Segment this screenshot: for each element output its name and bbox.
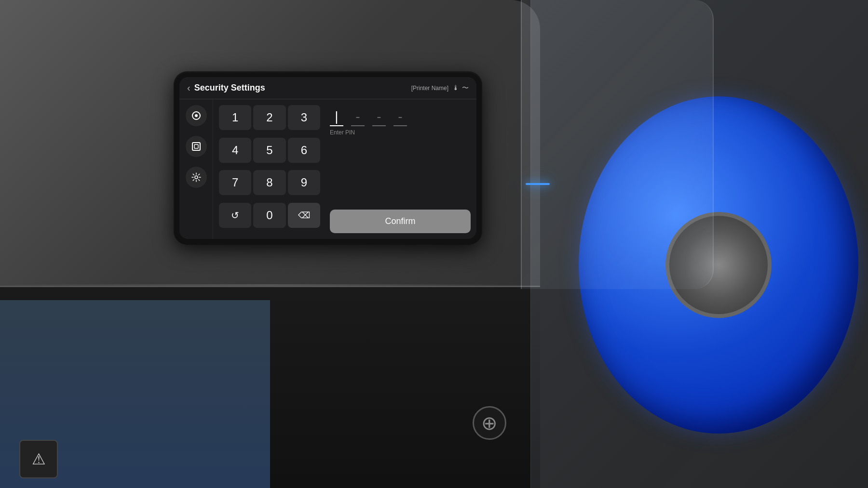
scene: ⚠ ‹ Security Settings [Printer Name] 🌡 〜: [0, 0, 868, 488]
screen-header: ‹ Security Settings [Printer Name] 🌡 〜: [179, 77, 476, 99]
pin-digit-1: |: [330, 109, 343, 126]
pin-digit-2: -: [351, 109, 365, 126]
svg-rect-2: [192, 143, 200, 150]
pin-digit-4: -: [393, 109, 407, 126]
numpad: 1 2 3 4 5 6 7 8 9 ↺ 0 ⌫: [219, 105, 320, 233]
touchscreen: ‹ Security Settings [Printer Name] 🌡 〜: [179, 77, 476, 239]
sidebar-icon-settings[interactable]: [186, 167, 207, 188]
numpad-8[interactable]: 8: [253, 170, 285, 195]
crosshair-control[interactable]: [473, 406, 506, 440]
svg-rect-3: [194, 145, 198, 148]
main-content: 1 2 3 4 5 6 7 8 9 ↺ 0 ⌫: [213, 99, 476, 239]
numpad-refresh[interactable]: ↺: [219, 203, 251, 228]
numpad-9[interactable]: 9: [288, 170, 320, 195]
header-status-icons: 🌡 〜: [452, 84, 469, 92]
confirm-button[interactable]: Confirm: [330, 210, 471, 233]
numpad-7[interactable]: 7: [219, 170, 251, 195]
numpad-2[interactable]: 2: [253, 105, 285, 130]
numpad-5[interactable]: 5: [253, 138, 285, 163]
wifi-icon: 〜: [462, 84, 469, 92]
svg-point-4: [195, 176, 198, 179]
screen-bezel: ‹ Security Settings [Printer Name] 🌡 〜: [174, 71, 482, 245]
back-button[interactable]: ‹: [187, 82, 190, 93]
numpad-0[interactable]: 0: [253, 203, 285, 228]
header-right: [Printer Name] 🌡 〜: [411, 84, 469, 92]
printer-bottom: [0, 286, 540, 488]
pin-digit-3: -: [372, 109, 386, 126]
numpad-backspace[interactable]: ⌫: [288, 203, 320, 228]
housing-right: [521, 0, 714, 289]
pin-label: Enter PIN: [330, 129, 471, 136]
numpad-1[interactable]: 1: [219, 105, 251, 130]
pin-area: | - - - Enter PIN Confirm: [326, 105, 471, 233]
pin-display: | - - -: [330, 109, 471, 126]
screen-body: 1 2 3 4 5 6 7 8 9 ↺ 0 ⌫: [179, 99, 476, 239]
page-title: Security Settings: [194, 83, 411, 93]
sidebar-icons: [179, 99, 213, 239]
svg-point-1: [195, 114, 198, 117]
warning-badge: ⚠: [19, 440, 58, 478]
sidebar-icon-camera[interactable]: [186, 105, 207, 126]
blue-accent-light: [526, 183, 550, 185]
temperature-icon: 🌡: [452, 84, 459, 92]
sidebar-icon-display[interactable]: [186, 136, 207, 157]
printer-name-label: [Printer Name]: [411, 85, 448, 92]
numpad-4[interactable]: 4: [219, 138, 251, 163]
printer-reflection: [0, 284, 530, 286]
numpad-3[interactable]: 3: [288, 105, 320, 130]
numpad-6[interactable]: 6: [288, 138, 320, 163]
